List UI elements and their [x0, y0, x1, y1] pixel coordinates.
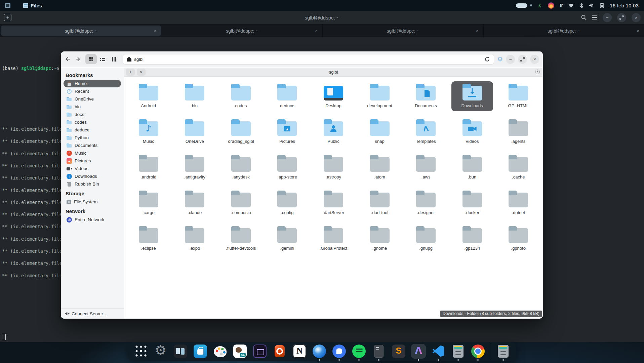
grid-item[interactable]: .dart-tool	[359, 188, 401, 218]
sidebar-item-downloads[interactable]: Downloads	[64, 172, 121, 180]
grid-item[interactable]: Desktop	[313, 81, 354, 111]
gear-icon[interactable]: ⚙	[497, 55, 503, 63]
dock-item-office[interactable]	[272, 344, 287, 359]
grid-item[interactable]: .cargo	[128, 188, 169, 218]
dock-item-usage-monitor[interactable]	[173, 344, 188, 359]
grid-item[interactable]: .atom	[359, 153, 401, 183]
sidebar-item-recent[interactable]: Recent	[64, 87, 121, 95]
dock-item-files-cabinet-2[interactable]	[491, 344, 511, 359]
grid-item[interactable]: .cache	[497, 153, 539, 183]
connect-server-button[interactable]: Connect Server…	[61, 308, 124, 319]
grid-item[interactable]: .dotnet	[497, 188, 539, 218]
terminal-tab-2[interactable]: sglbl@ddspc: ~ ×	[162, 25, 323, 37]
focused-app-menu[interactable]: Files	[23, 3, 42, 8]
dock-item-files-cabinet[interactable]	[450, 344, 466, 359]
terminal-close-button[interactable]: ×	[632, 13, 641, 22]
grid-item[interactable]: .config	[266, 188, 308, 218]
terminal-tab-1[interactable]: sglbl@ddspc: ~ ×	[1, 26, 161, 36]
sidebar-item-rubbish-bin[interactable]: Rubbish Bin	[64, 180, 121, 188]
grid-item[interactable]: .GlobalProtect	[313, 224, 354, 254]
sidebar-item-documents[interactable]: Documents	[64, 142, 121, 149]
tray-window-indicator-icon[interactable]	[5, 3, 10, 8]
files-tab-label[interactable]: sglbl	[329, 70, 338, 75]
grid-item[interactable]: bin	[174, 81, 215, 111]
tab-close-icon[interactable]: ×	[315, 28, 318, 33]
grid-item[interactable]: Videos	[451, 117, 493, 147]
scissors-icon[interactable]	[537, 3, 543, 8]
flame-indicator-icon[interactable]	[548, 2, 554, 9]
grid-item[interactable]: .dartServer	[313, 188, 354, 218]
sidebar-item-docs[interactable]: docs	[64, 111, 121, 118]
grid-item[interactable]: .astropy	[313, 153, 354, 183]
forward-button[interactable]	[74, 56, 81, 63]
grid-item[interactable]: .bun	[451, 153, 493, 183]
dock-item-terminal-app[interactable]	[371, 344, 387, 359]
sidebar-item-file-system[interactable]: File System	[64, 198, 121, 206]
grid-view-button[interactable]	[85, 54, 97, 64]
grid-item[interactable]: development	[359, 81, 401, 111]
grid-item[interactable]: deduce	[266, 81, 308, 111]
sidebar-item-codes[interactable]: codes	[64, 118, 121, 126]
grid-item[interactable]: .android	[128, 153, 169, 183]
sidebar-item-bin[interactable]: bin	[64, 103, 121, 111]
sidebar-item-deduce[interactable]: deduce	[64, 126, 121, 134]
dock-item-notion[interactable]	[292, 344, 307, 359]
sidebar-item-pictures[interactable]: Pictures	[64, 157, 121, 165]
hamburger-menu-icon[interactable]	[592, 15, 597, 19]
dock-item-app-grid[interactable]	[133, 344, 149, 359]
files-minimize-button[interactable]: −	[506, 55, 515, 64]
grid-item[interactable]: Android	[128, 81, 169, 111]
grid-item[interactable]: .eclipse	[128, 224, 169, 254]
sidebar-item-onedrive[interactable]: OneDrive	[64, 95, 121, 103]
back-button[interactable]	[65, 56, 71, 63]
refresh-icon[interactable]	[484, 56, 490, 62]
dock-item-chrome[interactable]	[470, 344, 486, 359]
files-headerbar[interactable]: sglbl ⚙ − ×	[61, 51, 543, 67]
volume-icon[interactable]	[589, 3, 594, 8]
battery-icon[interactable]	[600, 3, 604, 8]
grid-item[interactable]: oradiag_sglbl	[220, 117, 262, 147]
list-view-button[interactable]	[97, 54, 108, 64]
dock-item-dbeaver[interactable]	[232, 344, 248, 359]
grid-item[interactable]: Pictures	[266, 117, 308, 147]
grid-item[interactable]: .antigravity	[174, 153, 215, 183]
column-view-button[interactable]	[108, 54, 120, 64]
sidebar-item-python[interactable]: Python	[64, 134, 121, 142]
wifi-icon[interactable]	[568, 3, 574, 8]
terminal-new-tab-button[interactable]: +	[4, 14, 11, 21]
tab-close-icon[interactable]: ×	[154, 28, 157, 33]
toggle-pill-icon[interactable]	[516, 3, 527, 8]
bluetooth-icon[interactable]	[580, 3, 583, 8]
dock-item-sublime[interactable]	[391, 344, 406, 359]
dock-item-spotify[interactable]	[351, 344, 367, 359]
sidebar-item-entire-network[interactable]: Entire Network	[64, 216, 121, 224]
dock-item-signal[interactable]	[331, 344, 347, 359]
search-icon[interactable]	[581, 14, 587, 21]
files-maximize-button[interactable]	[518, 55, 527, 64]
grid-item[interactable]: Templates	[405, 117, 447, 147]
sidebar-item-videos[interactable]: Videos	[64, 165, 121, 172]
dock-item-software-store[interactable]	[193, 344, 208, 359]
terminal-tab-3[interactable]: sglbl@ddspc: ~ ×	[323, 25, 484, 37]
grid-item[interactable]: .flutter-devtools	[220, 224, 262, 254]
grid-item[interactable]: .claude	[174, 188, 215, 218]
sidebar-item-music[interactable]: Music	[64, 149, 121, 157]
grid-item[interactable]: Public	[313, 117, 354, 147]
dock-item-thunderbird[interactable]	[312, 344, 327, 359]
terminal-minimize-button[interactable]: −	[603, 13, 612, 22]
grid-item[interactable]: GP_HTML	[497, 81, 539, 111]
grid-item[interactable]: .gnupg	[405, 224, 447, 254]
terminal-tab-4[interactable]: sglbl@ddspc: ~ ×	[484, 25, 644, 37]
dock-item-vscode[interactable]	[431, 344, 446, 359]
grid-item[interactable]: OneDrive	[174, 117, 215, 147]
dock-item-purple-app[interactable]	[252, 344, 268, 359]
grid-item[interactable]: .agents	[497, 117, 539, 147]
grid-item[interactable]: .gp1234	[451, 224, 493, 254]
dock-item-a-app[interactable]	[411, 344, 426, 359]
tab-close-icon[interactable]: ×	[637, 28, 639, 33]
grid-item[interactable]: .docker	[451, 188, 493, 218]
grid-item[interactable]: Downloads	[451, 81, 493, 111]
grid-item[interactable]: .anydesk	[220, 153, 262, 183]
grid-item[interactable]: .gnome	[359, 224, 401, 254]
new-tab-button[interactable]: +	[126, 69, 135, 76]
